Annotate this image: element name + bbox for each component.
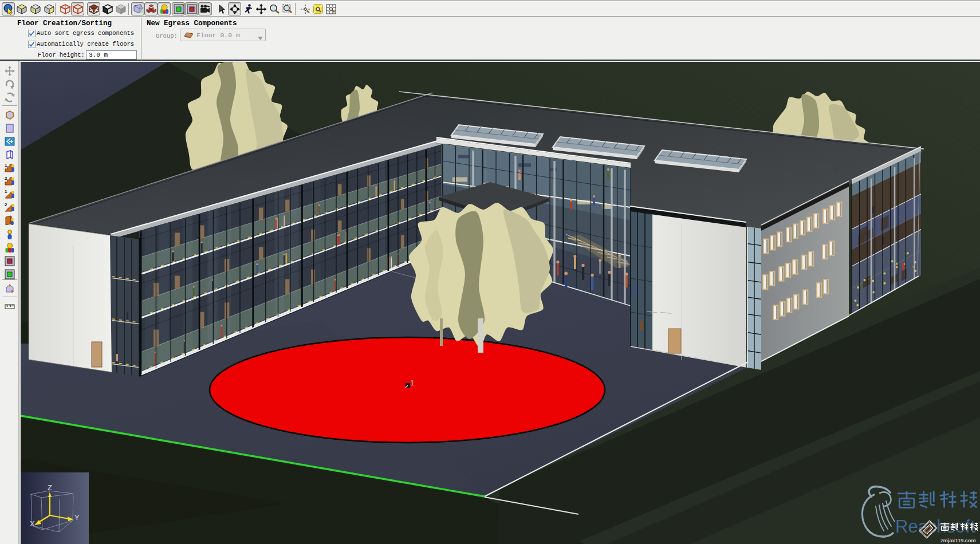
svg-text:zmjax119.com: zmjax119.com — [940, 537, 976, 543]
svg-text:Y: Y — [74, 513, 80, 522]
svg-text:1: 1 — [410, 379, 414, 387]
svg-text:1: 1 — [5, 163, 7, 168]
svg-text:Z: Z — [48, 483, 52, 492]
svg-text:X: X — [30, 519, 35, 528]
svg-text:2: 2 — [5, 176, 7, 181]
svg-text:1: 1 — [5, 189, 7, 194]
svg-text:2: 2 — [5, 202, 7, 207]
